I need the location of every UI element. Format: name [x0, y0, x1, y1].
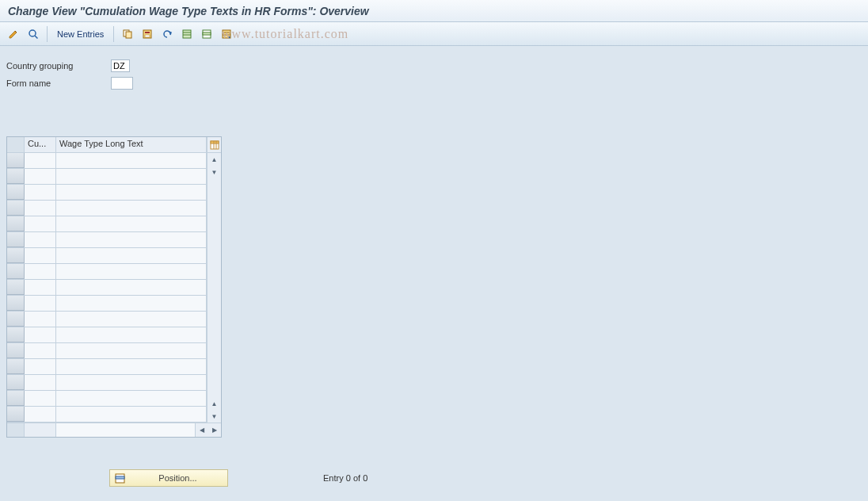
table-row[interactable] [7, 375, 207, 391]
row-selector[interactable] [7, 232, 25, 247]
row-selector[interactable] [7, 391, 25, 406]
cell-cu[interactable] [25, 312, 56, 327]
cell-cu[interactable] [25, 232, 56, 247]
cell-cu[interactable] [25, 407, 56, 422]
cell-long[interactable] [56, 248, 207, 263]
cell-cu[interactable] [25, 153, 56, 168]
cell-cu[interactable] [25, 296, 56, 311]
scroll-left-icon[interactable]: ◀ [196, 423, 208, 437]
table-row[interactable] [7, 232, 207, 248]
table-row[interactable] [7, 407, 207, 423]
form-name-input[interactable] [111, 77, 133, 90]
position-button[interactable]: Position... [109, 469, 228, 487]
scroll-track[interactable] [207, 178, 221, 397]
table-row[interactable] [7, 359, 207, 375]
table-config-button[interactable] [207, 137, 221, 152]
svg-rect-3 [126, 32, 131, 38]
table-row[interactable] [7, 312, 207, 327]
table-row[interactable] [7, 216, 207, 232]
cell-cu[interactable] [25, 359, 56, 374]
cell-long[interactable] [56, 264, 207, 279]
row-selector[interactable] [7, 407, 25, 422]
table-row[interactable] [7, 248, 207, 264]
deselect-all-button[interactable] [218, 25, 235, 43]
col-header-longtext[interactable]: Wage Type Long Text [56, 137, 207, 152]
cell-long[interactable] [56, 343, 207, 358]
scroll-up-step-icon[interactable]: ▲ [207, 397, 221, 410]
row-selector[interactable] [7, 359, 25, 374]
magnify-icon [28, 29, 39, 40]
cell-long[interactable] [56, 296, 207, 311]
cell-long[interactable] [56, 375, 207, 390]
cell-long[interactable] [56, 216, 207, 231]
row-selector[interactable] [7, 216, 25, 231]
undo-button[interactable] [158, 25, 176, 43]
cell-long[interactable] [56, 391, 207, 406]
table-row[interactable] [7, 169, 207, 185]
cell-long[interactable] [56, 169, 207, 184]
cell-long[interactable] [56, 359, 207, 374]
horizontal-scrollbar[interactable]: ◀ ▶ [7, 423, 221, 437]
cell-long[interactable] [56, 407, 207, 422]
row-selector[interactable] [7, 343, 25, 358]
row-selector[interactable] [7, 169, 25, 184]
copy-as-button[interactable] [119, 25, 136, 43]
row-selector[interactable] [7, 375, 25, 390]
new-entries-button[interactable]: New Entries [52, 25, 108, 43]
scroll-down-step-icon[interactable]: ▼ [207, 166, 221, 178]
svg-rect-7 [183, 30, 191, 38]
toggle-edit-button[interactable] [5, 25, 22, 43]
header-selector[interactable] [7, 137, 25, 152]
table-row[interactable] [7, 201, 207, 216]
entry-counter: Entry 0 of 0 [323, 473, 367, 483]
row-selector[interactable] [7, 153, 25, 168]
row-selector[interactable] [7, 296, 25, 311]
row-selector[interactable] [7, 312, 25, 327]
cell-long[interactable] [56, 327, 207, 342]
scroll-down-icon[interactable]: ▼ [207, 410, 221, 423]
vertical-scrollbar[interactable]: ▲ ▼ ▲ ▼ [207, 153, 221, 423]
table-row[interactable] [7, 185, 207, 201]
cell-cu[interactable] [25, 185, 56, 200]
cell-cu[interactable] [25, 264, 56, 279]
cell-cu[interactable] [25, 280, 56, 295]
cell-cu[interactable] [25, 375, 56, 390]
scroll-up-icon[interactable]: ▲ [207, 153, 221, 166]
cell-cu[interactable] [25, 248, 56, 263]
delete-button[interactable] [139, 25, 156, 43]
country-grouping-input[interactable] [111, 59, 130, 72]
table-row[interactable] [7, 296, 207, 312]
cell-long[interactable] [56, 201, 207, 216]
row-selector[interactable] [7, 280, 25, 295]
select-block-button[interactable] [198, 25, 215, 43]
col-header-cu[interactable]: Cu... [25, 137, 56, 152]
row-selector[interactable] [7, 248, 25, 263]
table-row[interactable] [7, 153, 207, 169]
cell-cu[interactable] [25, 391, 56, 406]
cell-long[interactable] [56, 312, 207, 327]
cell-long[interactable] [56, 280, 207, 295]
table-row[interactable] [7, 343, 207, 359]
hscroll-track[interactable] [56, 423, 196, 437]
cell-long[interactable] [56, 232, 207, 247]
table-row[interactable] [7, 391, 207, 407]
cell-cu[interactable] [25, 343, 56, 358]
row-selector[interactable] [7, 201, 25, 216]
scroll-right-icon[interactable]: ▶ [208, 423, 221, 437]
cell-cu[interactable] [25, 169, 56, 184]
row-selector[interactable] [7, 264, 25, 279]
table-row[interactable] [7, 264, 207, 280]
row-selector[interactable] [7, 185, 25, 200]
cell-cu[interactable] [25, 216, 56, 231]
cell-long[interactable] [56, 185, 207, 200]
row-selector[interactable] [7, 327, 25, 342]
table-row[interactable] [7, 280, 207, 296]
cell-cu[interactable] [25, 201, 56, 216]
cell-long[interactable] [56, 153, 207, 168]
cell-cu[interactable] [25, 327, 56, 342]
undo-icon [162, 29, 173, 40]
svg-line-1 [35, 36, 38, 39]
expand-collapse-button[interactable] [25, 25, 42, 43]
select-all-button[interactable] [178, 25, 196, 43]
table-row[interactable] [7, 327, 207, 343]
